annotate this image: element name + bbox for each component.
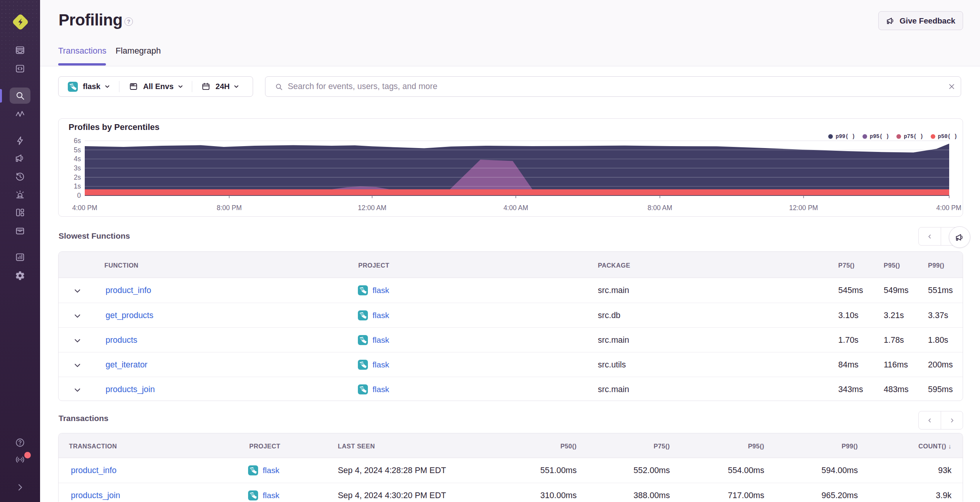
svg-text:4:00 PM: 4:00 PM [936,204,961,212]
svg-text:2s: 2s [74,174,81,181]
svg-text:12:00 PM: 12:00 PM [789,204,818,212]
svg-text:4:00 PM: 4:00 PM [72,204,97,212]
svg-text:6s: 6s [74,137,81,145]
svg-text:3s: 3s [74,164,81,172]
svg-text:4s: 4s [74,155,81,163]
svg-text:8:00 PM: 8:00 PM [216,204,242,212]
svg-text:12:00 AM: 12:00 AM [358,204,386,212]
svg-text:0: 0 [77,192,81,199]
svg-text:8:00 AM: 8:00 AM [648,204,672,212]
svg-text:1s: 1s [74,182,81,190]
svg-text:4:00 AM: 4:00 AM [503,204,528,212]
svg-text:5s: 5s [74,146,81,154]
